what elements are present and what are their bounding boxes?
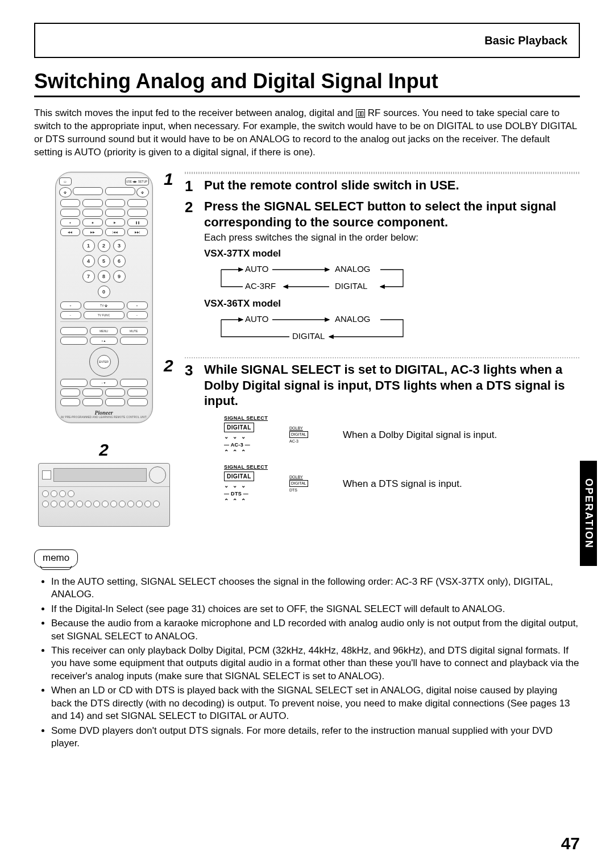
remote-control-illustration: ▭USE ◀▶ SETUP ⏻⏻ ●■▶❚❚ ◀◀▶▶|◀◀▶▶| 1 2 3 … <box>55 172 153 423</box>
step-rule-2 <box>185 357 580 358</box>
ind1-text: When a Dolby Digital signal is input. <box>343 429 580 441</box>
model-36-label: VSX-36TX model <box>204 298 580 309</box>
ind1-foot: — AC-3 — <box>224 442 275 448</box>
ind1-mode: DIGITAL <box>224 423 254 432</box>
step-1: 1 Put the remote control slide switch in… <box>185 177 580 196</box>
cycle37-digital: DIGITAL <box>335 281 367 291</box>
memo-item: This receiver can only playback Dolby Di… <box>51 644 580 683</box>
intro-a: This switch moves the input fed to the r… <box>34 108 356 118</box>
receiver-illustration <box>38 463 170 527</box>
step-2-sub: Each press switches the signal in the or… <box>204 232 580 243</box>
callout-2: 2 <box>164 356 173 375</box>
indicator-dts: SIGNAL SELECT DIGITAL ⌄ ⌄ ⌄ — DTS — ⌃ ⌃ … <box>223 464 276 505</box>
ind2-text: When a DTS signal is input. <box>343 478 580 490</box>
header-bar: Basic Playback <box>34 23 580 58</box>
manual-page: Basic Playback Switching Analog and Digi… <box>0 0 614 868</box>
step-2: 2 Press the SIGNAL SELECT button to sele… <box>185 199 580 347</box>
ind2-ticks: ⌄ ⌄ ⌄ <box>224 482 275 489</box>
ind1-select: SIGNAL SELECT <box>224 415 275 421</box>
step-3-title: While SIGNAL SELECT is set to DIGITAL, A… <box>204 362 580 409</box>
side-tab-operation: OPERATION <box>580 461 597 566</box>
step-1-number: 1 <box>185 177 197 196</box>
ind2-foot: — DTS — <box>224 491 275 497</box>
ind2-ticks2: ⌃ ⌃ ⌃ <box>224 498 275 504</box>
receiver-callout: 2 <box>34 440 173 460</box>
remote-key-7: 7 <box>82 270 95 283</box>
step-2-title: Press the SIGNAL SELECT button to select… <box>204 199 580 230</box>
indicator-row-1: SIGNAL SELECT DIGITAL ⌄ ⌄ ⌄ — AC-3 — ⌃ ⌃… <box>223 415 580 456</box>
indicator-row-2: SIGNAL SELECT DIGITAL ⌄ ⌄ ⌄ — DTS — ⌃ ⌃ … <box>223 464 580 505</box>
ind2-select: SIGNAL SELECT <box>224 464 275 470</box>
remote-key-5: 5 <box>98 255 110 267</box>
ind2-mode: DIGITAL <box>224 472 254 481</box>
step-1-title: Put the remote control slide switch in U… <box>204 177 580 193</box>
left-column: 1 2 ▭USE ◀▶ SETUP ⏻⏻ ●■▶❚❚ ◀◀▶▶|◀◀▶▶| 1 … <box>34 172 173 527</box>
memo-item: If the Digital-In Select (see page 31) c… <box>51 603 580 615</box>
step-rule <box>185 172 580 174</box>
ind1-side: DOLBY DIGITAL AC-3 <box>289 426 329 444</box>
page-number: 47 <box>561 834 580 853</box>
remote-key-9: 9 <box>113 270 126 283</box>
step-3: 3 While SIGNAL SELECT is set to DIGITAL,… <box>185 362 580 512</box>
memo-item: Because the audio from a karaoke microph… <box>51 617 580 643</box>
remote-key-6: 6 <box>113 255 126 267</box>
remote-key-3: 3 <box>113 239 126 252</box>
cycle36-auto: AUTO <box>245 314 268 324</box>
receiver-illustration-wrap: 2 <box>34 440 173 527</box>
ind1-ticks: ⌄ ⌄ ⌄ <box>224 433 275 440</box>
memo-list: In the AUTO setting, SIGNAL SELECT choos… <box>34 576 580 750</box>
model-37-label: VSX-37TX model <box>204 248 580 259</box>
cycle37-analog: ANALOG <box>335 264 371 274</box>
right-column: 1 Put the remote control slide switch in… <box>185 172 580 527</box>
callout-1: 1 <box>164 170 173 189</box>
cycle37-auto: AUTO <box>245 264 268 274</box>
remote-key-1: 1 <box>82 239 95 252</box>
cycle-36: AUTO ANALOG DIGITAL <box>210 312 414 345</box>
intro-paragraph: This switch moves the input fed to the r… <box>34 107 580 159</box>
memo-badge: memo <box>34 549 78 568</box>
ind1-ticks2: ⌃ ⌃ ⌃ <box>224 449 275 455</box>
memo-item: In the AUTO setting, SIGNAL SELECT choos… <box>51 576 580 601</box>
ind2-side: DOLBY DIGITAL DTS <box>289 475 329 493</box>
step-2-number: 2 <box>185 199 197 347</box>
section-label: Basic Playback <box>484 34 567 47</box>
remote-key-2: 2 <box>98 239 110 252</box>
ind1-side-top: DIGITAL <box>289 431 308 438</box>
memo-item: Some DVD players don't output DTS signal… <box>51 725 580 750</box>
cycle36-analog: ANALOG <box>335 314 371 324</box>
ind2-side-top: DIGITAL <box>289 480 308 487</box>
step-3-number: 3 <box>185 362 197 512</box>
title-rule <box>34 96 580 97</box>
cycle-37-arrows <box>210 262 414 295</box>
nav-ring <box>89 347 119 377</box>
cycle36-digital: DIGITAL <box>292 331 325 341</box>
remote-key-0: 0 <box>98 286 110 298</box>
cycle-37: AUTO ANALOG DIGITAL AC-3RF <box>210 262 414 295</box>
ind2-side-small: DTS <box>289 488 329 493</box>
page-title: Switching Analog and Digital Signal Inpu… <box>34 69 580 93</box>
remote-logo: Pioneer <box>56 410 152 416</box>
ind1-side-small: AC-3 <box>289 439 329 444</box>
cycle37-ac3rf: AC-3RF <box>245 281 276 291</box>
memo-item: When an LD or CD with DTS is played back… <box>51 684 580 722</box>
dolby-digital-icon: ▯▯ <box>356 109 365 118</box>
remote-key-8: 8 <box>98 270 110 283</box>
remote-key-4: 4 <box>82 255 95 267</box>
remote-subtitle: AV PRE-PROGRAMMED AND LEARNING REMOTE CO… <box>56 416 152 419</box>
indicator-ac3: SIGNAL SELECT DIGITAL ⌄ ⌄ ⌄ — AC-3 — ⌃ ⌃… <box>223 415 276 456</box>
